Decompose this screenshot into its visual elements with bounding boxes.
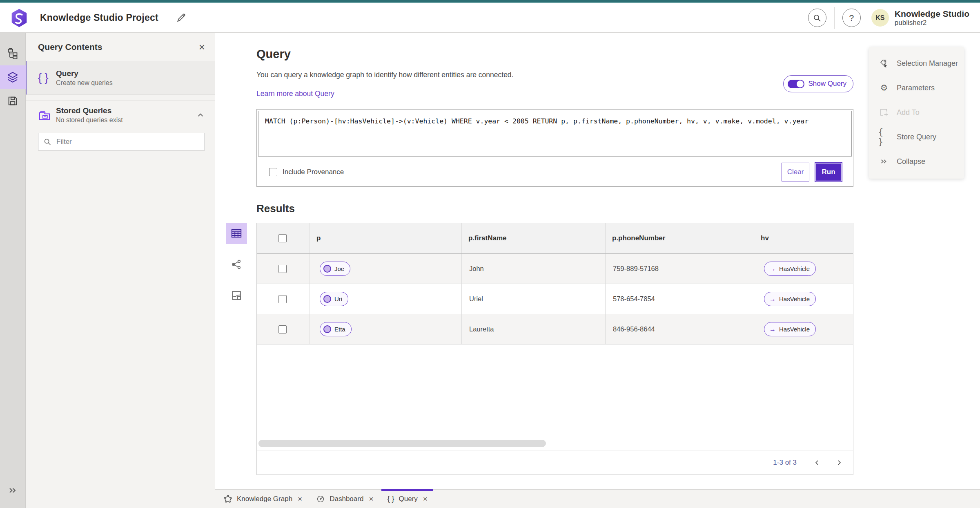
search-icon (813, 13, 822, 22)
tab-query[interactable]: { } Query × (381, 490, 433, 508)
chevron-up-icon (196, 111, 205, 120)
add-to-icon (878, 107, 890, 118)
results-table: p p.firstName p.phoneNumber hv Joe John … (256, 223, 853, 475)
include-provenance-label: Include Provenance (283, 168, 344, 176)
learn-more-link[interactable]: Learn more about Query (256, 90, 334, 98)
close-tab-icon[interactable]: × (369, 495, 373, 503)
run-button[interactable]: Run (815, 163, 842, 181)
query-editor-container: MATCH (p:Person)-[hv:HasVehicle]->(v:Veh… (256, 109, 853, 187)
edit-title-button[interactable] (176, 13, 186, 23)
schema-icon (7, 48, 18, 59)
query-text-input[interactable]: MATCH (p:Person)-[hv:HasVehicle]->(v:Veh… (258, 111, 852, 157)
entity-pill[interactable]: Etta (320, 322, 352, 336)
knowledge-studio-logo-icon (10, 9, 29, 27)
rail-save-button[interactable] (0, 89, 26, 113)
row-checkbox[interactable] (278, 265, 287, 273)
arrow-right-icon: → (769, 295, 776, 303)
row-checkbox[interactable] (278, 325, 287, 333)
help-button[interactable]: ? (842, 9, 861, 27)
show-query-toggle-button[interactable]: Show Query (783, 75, 853, 92)
add-to-button: Add To (869, 100, 964, 125)
column-header[interactable]: p (310, 234, 321, 242)
parameters-button[interactable]: ⚙ Parameters (869, 76, 964, 100)
graph-view-button[interactable] (226, 254, 247, 275)
section-title: Stored Queries (56, 106, 196, 115)
query-actions-panel: Selection Manager ⚙ Parameters (869, 47, 964, 179)
entity-node-icon (323, 295, 331, 303)
close-tab-icon[interactable]: × (423, 495, 428, 503)
question-icon: ? (849, 13, 854, 23)
item-title: Query (56, 69, 113, 78)
panel-title: Query Contents (38, 42, 199, 52)
row-checkbox[interactable] (278, 295, 287, 303)
top-accent-strip (0, 0, 980, 3)
column-header[interactable]: p.phoneNumber (606, 234, 665, 242)
page-title: Query (256, 33, 853, 61)
section-subtitle: No stored queries exist (56, 116, 196, 124)
layers-icon (7, 71, 19, 83)
previous-page-button[interactable] (813, 459, 821, 467)
view-tab-bar: Knowledge Graph × Dashboard × { (215, 489, 980, 508)
tab-dashboard[interactable]: Dashboard × (310, 490, 379, 508)
rail-contents-button[interactable] (0, 65, 26, 89)
map-icon (231, 290, 242, 301)
table-footer: 1-3 of 3 (257, 450, 853, 474)
collapse-panel-button[interactable]: Collapse (869, 149, 964, 174)
relationship-pill[interactable]: → HasVehicle (764, 322, 816, 336)
knowledge-graph-icon (223, 495, 232, 504)
column-header[interactable]: hv (754, 234, 769, 242)
braces-icon: { } (878, 127, 890, 147)
table-header-row: p p.firstName p.phoneNumber hv (257, 223, 853, 254)
filter-input[interactable] (56, 138, 200, 146)
results-view-toolbar (226, 223, 247, 306)
gear-icon: ⚙ (878, 83, 890, 93)
stored-queries-section[interactable]: Stored Queries No stored queries exist (26, 100, 215, 124)
query-view: Query You can query a knowledge graph to… (215, 33, 980, 489)
clear-button[interactable]: Clear (782, 163, 809, 181)
horizontal-scrollbar[interactable] (258, 440, 546, 447)
rail-schema-button[interactable] (0, 42, 26, 65)
selection-manager-button[interactable]: Selection Manager (869, 51, 964, 76)
next-page-button[interactable] (835, 459, 843, 467)
item-subtitle: Create new queries (56, 79, 113, 87)
close-panel-button[interactable]: × (199, 42, 205, 52)
select-all-checkbox[interactable] (278, 234, 287, 242)
user-app-name: Knowledge Studio (895, 9, 969, 18)
stored-queries-folder-icon (38, 109, 56, 122)
store-query-button[interactable]: { } Store Query (869, 125, 964, 149)
results-title: Results (256, 202, 853, 215)
relationship-pill[interactable]: → HasVehicle (764, 292, 816, 306)
arrow-right-icon: → (769, 265, 776, 273)
left-icon-rail (0, 33, 26, 508)
entity-pill[interactable]: Uri (320, 292, 348, 306)
collapse-section-button[interactable] (196, 111, 205, 120)
table-body: Joe John 759-889-57168 → HasVehicle Uri … (257, 254, 853, 345)
chevron-left-icon (813, 459, 821, 467)
expand-rail-button[interactable] (0, 479, 26, 502)
tab-knowledge-graph[interactable]: Knowledge Graph × (218, 490, 308, 508)
toggle-switch-on[interactable] (788, 80, 804, 88)
user-role: publisher2 (895, 19, 969, 27)
save-icon (7, 95, 18, 107)
double-chevron-right-icon (878, 157, 890, 166)
table-row: Joe John 759-889-57168 → HasVehicle (257, 254, 853, 284)
query-contents-item-query[interactable]: { } Query Create new queries (26, 61, 215, 95)
table-view-button[interactable] (226, 223, 247, 244)
braces-icon: { } (387, 495, 394, 503)
include-provenance-checkbox[interactable] (269, 168, 277, 176)
column-header[interactable]: p.firstName (462, 234, 507, 242)
close-tab-icon[interactable]: × (298, 495, 302, 503)
relationship-pill[interactable]: → HasVehicle (764, 262, 816, 276)
table-row: Uri Uriel 578-654-7854 → HasVehicle (257, 284, 853, 314)
app-window: Knowledge Studio Project ? KS Knowledge … (0, 0, 980, 508)
entity-pill[interactable]: Joe (320, 262, 350, 276)
search-button[interactable] (808, 9, 826, 27)
table-row: Etta Lauretta 846-956-8644 → HasVehicle (257, 314, 853, 345)
arrow-right-icon: → (769, 326, 776, 333)
table-icon (230, 227, 243, 239)
pencil-icon (176, 13, 186, 23)
chevron-right-icon (835, 459, 843, 467)
table-empty-area (257, 345, 853, 450)
user-avatar[interactable]: KS (871, 9, 889, 27)
map-view-button[interactable] (226, 285, 247, 306)
